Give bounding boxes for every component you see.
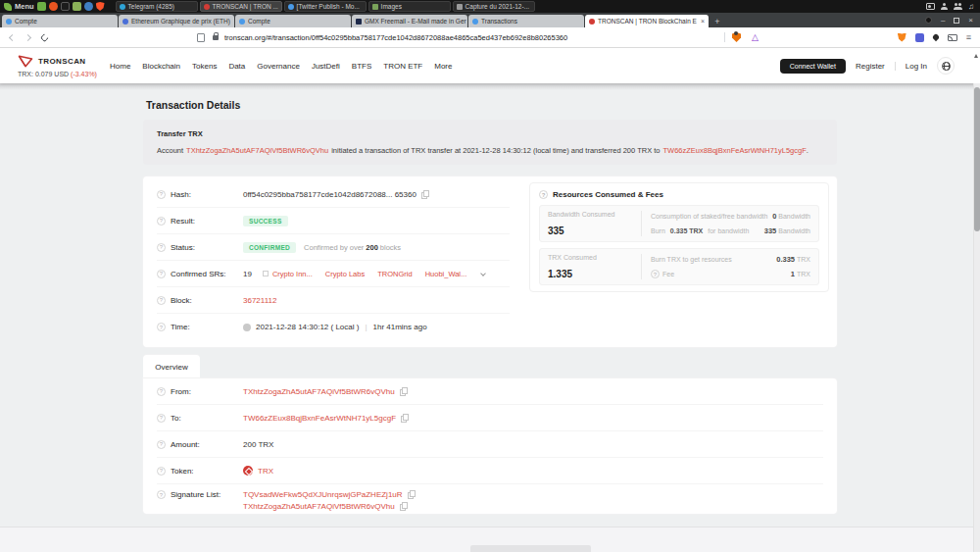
status-badge: CONFIRMED: [243, 242, 296, 253]
banner-from-address[interactable]: TXhtzZogaZhA5utAF7AQiVf5BtWR6vQVhu: [186, 146, 328, 155]
signature-link-1[interactable]: TQVsadWeFkw5QdXJUnrqswjGPaZHEZj1uR: [243, 490, 403, 499]
brave-launcher-icon[interactable]: [96, 2, 105, 11]
taskbar-app-capture[interactable]: Capture du 2021-12-...: [453, 1, 535, 12]
nav-governance[interactable]: Governance: [257, 62, 300, 71]
url-text[interactable]: tronscan.org/#/transaction/0ff54c0295bba…: [224, 33, 567, 42]
taskbar-app-label: TRONSCAN | TRON ...: [213, 3, 278, 10]
taskbar-app-tronscan[interactable]: TRONSCAN | TRON ...: [200, 1, 282, 12]
hash-row: ?Hash: 0ff54c0295bba758177cde1042d867208…: [157, 181, 510, 208]
page-scrollbar[interactable]: [973, 83, 980, 552]
tab-ethereum-price[interactable]: Ethereum Graphique de prix (ETH): [119, 15, 234, 27]
nav-tokens[interactable]: Tokens: [192, 62, 217, 71]
tab-title: Compte: [15, 18, 37, 25]
overview-card: ?From: TXhtzZogaZhA5utAF7AQiVf5BtWR6vQVh…: [143, 378, 837, 514]
block-link[interactable]: 36721112: [243, 296, 276, 305]
help-icon[interactable]: ?: [157, 217, 166, 226]
taskbar-app-twitter[interactable]: [Twitter Publish - Mo...: [284, 1, 367, 12]
ubuntu-launcher-icon[interactable]: [49, 2, 58, 11]
sr-link-crypto-labs[interactable]: Crypto Labs: [325, 270, 365, 278]
help-icon[interactable]: ?: [157, 490, 166, 499]
tab-gmx-freemail[interactable]: GMX Freemail - E-Mail made in Ger: [352, 15, 467, 27]
copy-icon[interactable]: [401, 414, 409, 423]
connect-wallet-button[interactable]: Connect Wallet: [780, 59, 846, 74]
time-label: Time:: [171, 323, 190, 331]
restore-button[interactable]: [954, 18, 959, 24]
tab-compte-2[interactable]: Compte: [235, 15, 351, 27]
banner-to-address[interactable]: TW66zZEux8BqjBxnFeAsrWtNH71yL5gcgF: [663, 146, 807, 155]
users-tray-icon[interactable]: [954, 3, 962, 10]
help-icon[interactable]: ?: [157, 243, 166, 252]
tab-close-icon[interactable]: ×: [701, 18, 705, 25]
os-menu-button[interactable]: Menu: [4, 2, 34, 11]
help-icon[interactable]: ?: [539, 190, 548, 199]
help-icon[interactable]: ?: [157, 323, 166, 331]
copy-icon[interactable]: [408, 490, 416, 499]
lock-icon[interactable]: [213, 35, 219, 40]
from-address-link[interactable]: TXhtzZogaZhA5utAF7AQiVf5BtWR6vQVhu: [243, 387, 395, 396]
sr-link-crypto-inn[interactable]: Crypto Inn...: [272, 270, 313, 278]
bookmark-panel-icon[interactable]: [197, 33, 205, 42]
copy-icon[interactable]: [421, 190, 429, 199]
login-link[interactable]: Log In: [906, 62, 927, 71]
nav-data[interactable]: Data: [228, 62, 245, 71]
terminal-launcher-icon[interactable]: [61, 2, 70, 11]
forward-icon[interactable]: [24, 33, 31, 40]
minimize-button[interactable]: –: [941, 17, 945, 25]
screenshare-icon[interactable]: [948, 34, 957, 41]
adblock-badge-icon[interactable]: [925, 17, 932, 24]
chevron-down-icon[interactable]: [480, 271, 486, 276]
metamask-icon[interactable]: [898, 33, 906, 42]
help-icon[interactable]: ?: [157, 440, 166, 449]
token-link[interactable]: TRX: [258, 467, 273, 476]
warning-triangle-icon[interactable]: △: [752, 33, 759, 42]
header-divider: [895, 62, 896, 71]
screenshot-tray-icon[interactable]: [926, 3, 935, 10]
nav-justdefi[interactable]: JustDefi: [312, 62, 340, 71]
browser-menu-icon[interactable]: ≡: [966, 33, 971, 42]
help-icon[interactable]: ?: [651, 270, 660, 278]
scrollbar-thumb[interactable]: [974, 87, 980, 231]
tab-transactions[interactable]: Transactions: [468, 15, 584, 27]
nav-home[interactable]: Home: [110, 62, 130, 71]
trx-token-icon: [243, 466, 253, 476]
copy-icon[interactable]: [400, 387, 408, 396]
to-address-link[interactable]: TW66zZEux8BqjBxnFeAsrWtNH71yL5gcgF: [243, 414, 396, 423]
help-icon[interactable]: ?: [157, 190, 166, 199]
back-icon[interactable]: [9, 33, 16, 40]
reload-icon[interactable]: [40, 32, 50, 42]
new-tab-button[interactable]: +: [710, 15, 725, 27]
nav-tron-etf[interactable]: TRON ETF: [383, 62, 422, 71]
help-icon[interactable]: ?: [157, 296, 166, 305]
sr-link-huobi-wallet[interactable]: Huobi_Wal...: [425, 270, 467, 278]
tronscan-logo[interactable]: TRONSCAN: [18, 55, 86, 68]
nav-blockchain[interactable]: Blockchain: [142, 62, 180, 71]
tab-compte-1[interactable]: Compte: [2, 15, 118, 27]
register-link[interactable]: Register: [856, 62, 885, 71]
scrollbar-up-arrow[interactable]: [974, 54, 978, 58]
music-tray-icon[interactable]: ♫: [968, 3, 974, 11]
help-icon[interactable]: ?: [157, 414, 166, 423]
extension-icon[interactable]: [915, 33, 924, 42]
nav-buttons: [0, 34, 48, 41]
srs-count: 19: [243, 270, 252, 278]
pin-icon[interactable]: [931, 33, 939, 41]
taskbar-app-images[interactable]: Images: [368, 1, 451, 12]
address-bar[interactable]: tronscan.org/#/transaction/0ff54c0295bba…: [213, 30, 717, 45]
browser-launcher-icon[interactable]: [84, 2, 93, 11]
nav-more[interactable]: More: [434, 62, 452, 71]
taskbar-app-telegram[interactable]: Telegram (4285): [116, 1, 198, 12]
window-launcher-icon[interactable]: [37, 2, 46, 11]
help-icon[interactable]: ?: [157, 467, 166, 476]
tab-tronscan-active[interactable]: TRONSCAN | TRON BlockChain E ×: [585, 15, 709, 27]
tab-overview[interactable]: Overview: [143, 355, 200, 378]
nav-btfs[interactable]: BTFS: [352, 62, 371, 71]
sr-link-trongrid[interactable]: TRONGrid: [377, 270, 412, 278]
files-launcher-icon[interactable]: [73, 2, 81, 11]
help-icon[interactable]: ?: [157, 270, 166, 278]
user-tray-icon[interactable]: [941, 3, 948, 10]
signature-link-2[interactable]: TXhtzZogaZhA5utAF7AQiVf5BtWR6vQVhu: [243, 502, 395, 511]
language-button[interactable]: [937, 57, 955, 75]
copy-icon[interactable]: [400, 502, 408, 511]
close-window-button[interactable]: ×: [968, 17, 973, 25]
help-icon[interactable]: ?: [157, 387, 166, 396]
